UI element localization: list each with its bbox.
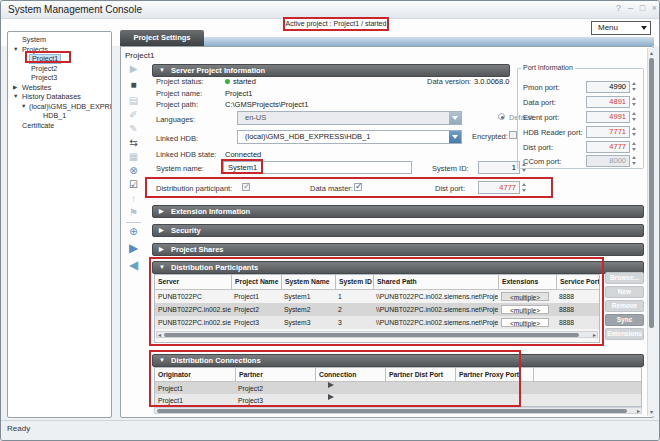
delete-project-icon[interactable]: ⊗ (125, 165, 142, 177)
expander-icon[interactable]: ▼ (13, 92, 18, 102)
save-project-icon[interactable]: ▦ (125, 151, 142, 163)
encrypted-label: Encrypted: (472, 132, 508, 141)
expand-icon: ▶ (159, 225, 164, 236)
data-port-label: Data port: (523, 98, 556, 107)
pin-project-icon[interactable]: ⚑ (125, 207, 142, 219)
section-security[interactable]: ▶ Security (152, 224, 644, 237)
section-project-shares[interactable]: ▶ Project Shares (152, 243, 644, 256)
tree-item-projects[interactable]: ▼Projects (8, 45, 111, 55)
table-row[interactable]: Project1 Project2 (155, 382, 641, 394)
data-version-value: 3.0.0068.0 (474, 77, 509, 86)
sync-button[interactable]: Sync (605, 314, 644, 326)
table-row[interactable]: PUNBT022PC.in002.sieme Project2 System2 … (155, 303, 599, 316)
stop-project-icon[interactable]: ■ (125, 79, 142, 91)
extensions-cell[interactable]: <multiple> (501, 292, 549, 301)
spinner-arrows-icon[interactable] (631, 110, 638, 123)
spinner-arrows-icon[interactable] (631, 140, 638, 153)
activate-project-icon[interactable]: ▶ (125, 242, 142, 254)
tree-item-project3[interactable]: Project3 (8, 73, 111, 83)
panel-vertical-scrollbar[interactable]: ▴ ▾ (647, 48, 654, 416)
tree-item-history-databases[interactable]: ▼History Databases (8, 92, 111, 102)
edit-project-icon[interactable]: ✐ (125, 109, 142, 121)
expander-icon[interactable]: ▶ (13, 83, 17, 93)
pmon-port-stepper[interactable]: 4990 (586, 81, 630, 93)
table-header-row: Originator Partner Connection Partner Di… (155, 368, 641, 382)
section-extension-information[interactable]: ▶ Extension Information (152, 205, 644, 218)
close-icon[interactable]: × (649, 3, 660, 13)
menu-dropdown[interactable]: Menu (591, 21, 651, 35)
tree-item-hdb-express[interactable]: ▼(local)\GMS_HDB_EXPRESS (8, 102, 111, 112)
validate-project-icon[interactable]: ☑ (125, 179, 142, 191)
new-button[interactable]: New (605, 286, 644, 298)
panel-horizontal-scrollbar[interactable]: ▸ (154, 407, 642, 414)
system-management-console-window: System Management Console ? – □ × Active… (0, 0, 660, 441)
data-master-checkbox[interactable]: ✓ (354, 183, 362, 191)
table-header-row: Server Project Name System Name System I… (155, 275, 599, 290)
panel-project-name: Project1 (125, 51, 154, 60)
rename-project-icon[interactable]: ✎ (125, 123, 142, 135)
distribution-connections-table: Originator Partner Connection Partner Di… (154, 367, 642, 407)
distribution-participant-label: Distribution participant: (156, 184, 232, 193)
extensions-button[interactable]: Extensions (605, 328, 644, 340)
start-project-icon[interactable]: ▶ (125, 63, 142, 75)
project-path-label: Project path: (156, 100, 198, 109)
section-distribution-connections[interactable]: ▼ Distribution Connections (152, 354, 644, 367)
system-id-label: System ID: (432, 164, 469, 173)
tab-project-settings[interactable]: Project Settings (120, 30, 204, 46)
hdb-reader-port-stepper[interactable]: 7771 (586, 126, 630, 138)
linked-hdb-state-label: Linked HDB state: (156, 150, 216, 159)
add-project-icon[interactable]: ⊕ (125, 226, 142, 238)
event-port-stepper[interactable]: 4991 (586, 111, 630, 123)
section-distribution-participants[interactable]: ▼ Distribution Participants (152, 261, 644, 274)
spinner-arrows-icon[interactable] (521, 181, 528, 194)
tree-item-websites[interactable]: ▶Websites (8, 83, 111, 93)
maximize-icon[interactable]: □ (637, 3, 648, 13)
linked-hdb-select[interactable]: (local)\GMS_HDB_EXPRESS\HDB_1 (237, 130, 462, 144)
chevron-down-icon[interactable] (449, 131, 461, 143)
spinner-arrows-icon[interactable] (631, 125, 638, 138)
default-radio[interactable] (498, 113, 505, 120)
system-name-input[interactable]: System1 (223, 161, 412, 174)
dist-port-group-stepper[interactable]: 4777 (586, 141, 630, 153)
ccom-port-stepper[interactable]: 8000 (586, 155, 630, 167)
hdb-reader-port-label: HDB Reader port: (523, 128, 583, 137)
tree-item-certificate[interactable]: Certificate (8, 121, 111, 131)
tree-item-project1[interactable]: Project1 (8, 54, 111, 64)
tree-item-hdb1[interactable]: HDB_1 (8, 111, 111, 121)
minimize-icon[interactable]: – (625, 3, 636, 13)
tree-item-project2[interactable]: Project2 (8, 64, 111, 74)
remove-button[interactable]: Remove (605, 300, 644, 312)
deactivate-project-icon[interactable]: ◀ (125, 259, 142, 271)
spinner-arrows-icon[interactable] (631, 154, 638, 167)
data-version-label: Data version: (427, 77, 471, 86)
dist-port-stepper[interactable]: 4777 (478, 181, 520, 194)
browse-button[interactable]: Browse... (605, 272, 644, 284)
linked-hdb-label: Linked HDB: (156, 134, 198, 143)
window-title: System Management Console (8, 4, 142, 15)
table-row[interactable]: PUNBT022PC.in002.sieme Project3 System3 … (155, 316, 599, 329)
upload-project-icon[interactable]: ↑ (125, 193, 142, 205)
restore-project-icon[interactable]: ▤ (125, 95, 142, 107)
encrypted-checkbox[interactable] (509, 131, 517, 139)
spinner-arrows-icon[interactable] (631, 95, 638, 108)
tree-item-system[interactable]: System (8, 35, 111, 45)
data-port-stepper[interactable]: 4891 (586, 96, 630, 108)
pmon-port-label: Pmon port: (523, 83, 560, 92)
distribution-participant-checkbox[interactable]: ✓ (242, 183, 250, 191)
participants-horizontal-scrollbar[interactable]: ◂ ▸ (156, 331, 598, 338)
chevron-down-icon[interactable] (449, 112, 461, 124)
expander-icon[interactable]: ▼ (21, 102, 26, 112)
expander-icon[interactable]: ▼ (13, 45, 18, 55)
extensions-cell[interactable]: <multiple> (501, 318, 549, 327)
expand-icon: ▶ (159, 244, 164, 255)
languages-select[interactable]: en-US (237, 111, 462, 125)
upgrade-project-icon[interactable]: ⇆ (125, 137, 142, 149)
section-server-project-information[interactable]: ▼ Server Project Information (152, 64, 510, 77)
extensions-cell[interactable]: <multiple> (501, 305, 549, 314)
table-row[interactable]: PUNBT022PC Project1 System1 1 \\PUNBT022… (155, 290, 599, 303)
system-id-stepper[interactable]: 1 (478, 161, 520, 174)
help-icon[interactable]: ? (613, 3, 624, 13)
spinner-arrows-icon[interactable] (631, 80, 638, 93)
project-settings-panel: Project1 ▶ ■ ▤ ✐ ✎ ⇆ ▦ ⊗ ☑ ↑ ⚑ ⊕ ▶ ◀ ▼ S… (120, 46, 654, 418)
table-row[interactable]: Project1 Project3 (155, 394, 641, 406)
